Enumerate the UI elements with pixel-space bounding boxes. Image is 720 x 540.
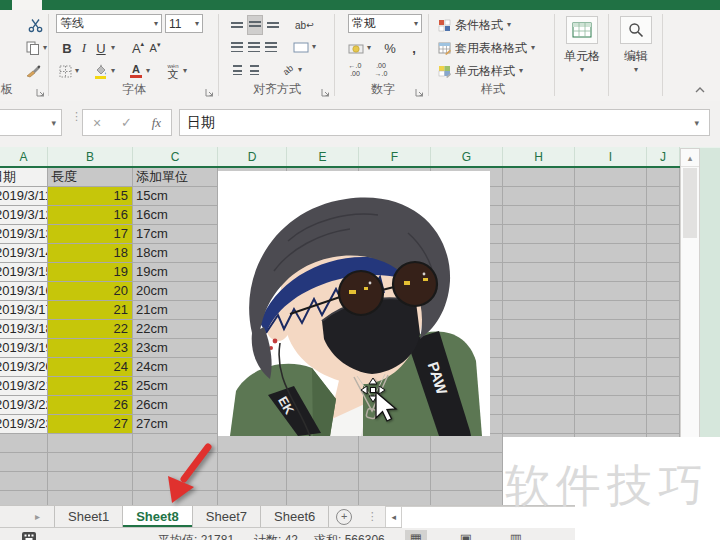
font-name-combobox[interactable]: 等线▾	[56, 14, 162, 33]
cell-E18[interactable]	[287, 491, 359, 505]
fill-color-button[interactable]	[93, 62, 108, 80]
cell-H14[interactable]	[503, 415, 575, 434]
cell-H4[interactable]	[503, 225, 575, 244]
cell-C13[interactable]: 26cm	[133, 396, 218, 415]
cell-C10[interactable]: 23cm	[133, 339, 218, 358]
accounting-dropdown-icon[interactable]: ▾	[367, 44, 371, 52]
cell-I7[interactable]	[575, 282, 647, 301]
cell-I9[interactable]	[575, 320, 647, 339]
cell-J13[interactable]	[647, 396, 680, 415]
cell-F17[interactable]	[359, 472, 431, 491]
cell-A4[interactable]: 2019/3/13	[0, 225, 48, 244]
cell-A17[interactable]	[0, 472, 48, 491]
cell-E16[interactable]	[287, 453, 359, 472]
underline-dropdown-icon[interactable]: ▾	[111, 44, 115, 52]
cell-I4[interactable]	[575, 225, 647, 244]
cell-J12[interactable]	[647, 377, 680, 396]
cell-I12[interactable]	[575, 377, 647, 396]
cell-C7[interactable]: 20cm	[133, 282, 218, 301]
cell-B6[interactable]: 19	[48, 263, 133, 282]
cell-E15[interactable]	[287, 434, 359, 453]
cell-A15[interactable]	[0, 434, 48, 453]
number-format-combobox[interactable]: 常规▾	[348, 14, 422, 33]
cell-D16[interactable]	[218, 453, 287, 472]
cell-J11[interactable]	[647, 358, 680, 377]
collapse-ribbon-icon[interactable]	[694, 86, 706, 94]
cell-D18[interactable]	[218, 491, 287, 505]
cell-H10[interactable]	[503, 339, 575, 358]
cell-A11[interactable]: 2019/3/20	[0, 358, 48, 377]
column-header-D[interactable]: D	[218, 147, 287, 166]
cell-F18[interactable]	[359, 491, 431, 505]
bold-button[interactable]: B	[60, 39, 74, 57]
cell-A9[interactable]: 2019/3/18	[0, 320, 48, 339]
cell-F15[interactable]	[359, 434, 431, 453]
scroll-up-icon[interactable]: ▴	[681, 149, 699, 167]
cell-H5[interactable]	[503, 244, 575, 263]
cell-A5[interactable]: 2019/3/14	[0, 244, 48, 263]
cell-I1[interactable]	[575, 168, 647, 187]
wrap-text-button[interactable]: ab↩	[295, 16, 314, 34]
column-header-B[interactable]: B	[48, 147, 133, 166]
cell-C9[interactable]: 22cm	[133, 320, 218, 339]
embedded-picture[interactable]: EK PAW	[218, 171, 490, 436]
cell-B3[interactable]: 16	[48, 206, 133, 225]
cell-C2[interactable]: 15cm	[133, 187, 218, 206]
cell-I10[interactable]	[575, 339, 647, 358]
orientation-button[interactable]: ab	[277, 59, 299, 82]
sheet-tab-sheet6[interactable]: Sheet6	[261, 506, 329, 527]
column-header-I[interactable]: I	[575, 147, 647, 166]
align-middle-icon[interactable]	[247, 15, 263, 35]
conditional-formatting-button[interactable]: 条件格式▾	[438, 15, 511, 35]
cell-A6[interactable]: 2019/3/15	[0, 263, 48, 282]
cell-I8[interactable]	[575, 301, 647, 320]
cell-A14[interactable]: 2019/3/23	[0, 415, 48, 434]
editing-dropdown-icon[interactable]: ▾	[634, 66, 638, 74]
merge-dropdown-icon[interactable]: ▾	[312, 43, 316, 51]
cell-H7[interactable]	[503, 282, 575, 301]
borders-dropdown-icon[interactable]: ▾	[75, 67, 79, 75]
macro-record-icon[interactable]	[22, 532, 36, 540]
cell-G16[interactable]	[431, 453, 503, 472]
increase-font-button[interactable]: A▴	[131, 39, 145, 57]
alignment-dialog-launcher-icon[interactable]	[321, 88, 330, 97]
cell-B11[interactable]: 24	[48, 358, 133, 377]
hscroll-left-icon[interactable]: ◂	[385, 506, 402, 527]
cut-button[interactable]	[28, 16, 43, 34]
fill-color-dropdown-icon[interactable]: ▾	[111, 67, 115, 75]
cell-C8[interactable]: 21cm	[133, 301, 218, 320]
cell-D17[interactable]	[218, 472, 287, 491]
cell-B15[interactable]	[48, 434, 133, 453]
cell-B9[interactable]: 22	[48, 320, 133, 339]
font-dialog-launcher-icon[interactable]	[205, 88, 214, 97]
cell-I13[interactable]	[575, 396, 647, 415]
cell-B12[interactable]: 25	[48, 377, 133, 396]
cell-H11[interactable]	[503, 358, 575, 377]
borders-button[interactable]	[58, 62, 72, 80]
decrease-font-button[interactable]: A▾	[148, 39, 162, 57]
cell-E17[interactable]	[287, 472, 359, 491]
cell-I14[interactable]	[575, 415, 647, 434]
cell-B18[interactable]	[48, 491, 133, 505]
copy-dropdown-icon[interactable]: ▾	[43, 44, 47, 52]
cell-J5[interactable]	[647, 244, 680, 263]
decrease-decimal-button[interactable]: .00→.0	[374, 61, 388, 79]
cell-A10[interactable]: 2019/3/19	[0, 339, 48, 358]
cell-B5[interactable]: 18	[48, 244, 133, 263]
cell-A2[interactable]: 2019/3/11	[0, 187, 48, 206]
column-header-H[interactable]: H	[503, 147, 575, 166]
cell-I11[interactable]	[575, 358, 647, 377]
align-left-icon[interactable]	[230, 38, 244, 56]
cell-A8[interactable]: 2019/3/17	[0, 301, 48, 320]
increase-decimal-button[interactable]: ←.0.00	[348, 61, 362, 79]
view-page-break-icon[interactable]: ▥	[505, 530, 527, 540]
cell-A18[interactable]	[0, 491, 48, 505]
cell-J1[interactable]	[647, 168, 680, 187]
cell-H3[interactable]	[503, 206, 575, 225]
name-box-dropdown-icon[interactable]: ▾	[51, 118, 56, 128]
cell-styles-button[interactable]: 单元格样式▾	[438, 61, 523, 81]
comma-style-button[interactable]: ,	[407, 39, 421, 57]
cell-J9[interactable]	[647, 320, 680, 339]
tabbar-splitter[interactable]: ⋮	[359, 506, 385, 527]
align-center-icon[interactable]	[247, 38, 261, 56]
